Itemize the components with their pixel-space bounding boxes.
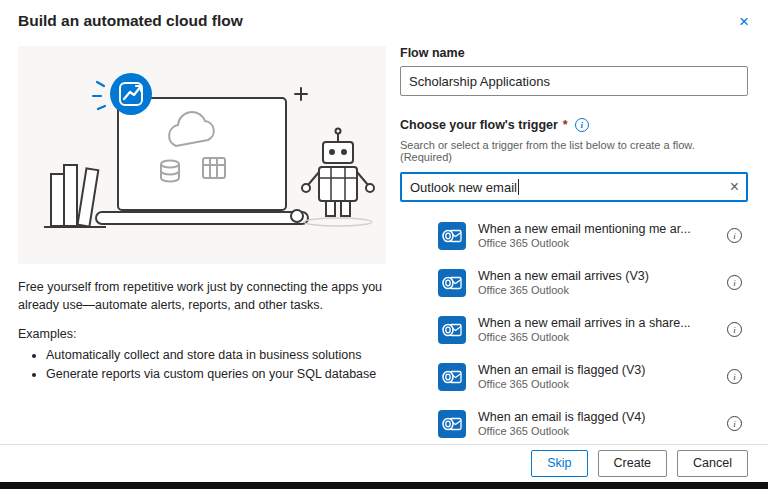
trigger-list-item[interactable]: When a new email arrives in a share... O… (400, 306, 748, 353)
cloud-flow-illustration (18, 46, 386, 264)
dialog-description: Free yourself from repetitive work just … (18, 278, 386, 314)
trigger-list-item[interactable]: When an email is flagged (V3) Office 365… (400, 353, 748, 400)
trigger-subtitle: Office 365 Outlook (478, 378, 727, 390)
trigger-help-text: Search or select a trigger from the list… (400, 139, 748, 163)
search-text: Outlook new email (410, 180, 517, 195)
dialog-footer: Skip Create Cancel (0, 444, 768, 481)
info-icon[interactable]: i (727, 416, 742, 431)
close-icon: × (739, 12, 749, 31)
flow-name-input[interactable] (400, 66, 748, 96)
trigger-subtitle: Office 365 Outlook (478, 425, 727, 437)
left-panel: Free yourself from repetitive work just … (18, 46, 386, 384)
trigger-label-row: Choose your flow's trigger * i (400, 118, 748, 132)
examples-list: Automatically collect and store data in … (18, 346, 386, 384)
outlook-icon (438, 410, 466, 438)
trigger-title: When an email is flagged (V3) (478, 363, 727, 377)
build-flow-dialog: Build an automated cloud flow × (0, 0, 768, 489)
trigger-search-input[interactable]: Outlook new email × (400, 172, 748, 202)
required-asterisk: * (563, 118, 568, 132)
trigger-subtitle: Office 365 Outlook (478, 331, 727, 343)
info-icon[interactable]: i (727, 228, 742, 243)
trigger-list-item[interactable]: When a new email arrives (V3) Office 365… (400, 259, 748, 306)
outlook-icon (438, 269, 466, 297)
trigger-list-item[interactable]: When an email is flagged (V4) Office 365… (400, 400, 748, 447)
examples-label: Examples: (18, 327, 386, 341)
text-caret (518, 179, 519, 195)
close-button[interactable]: × (732, 10, 756, 34)
example-item: Automatically collect and store data in … (46, 346, 386, 365)
example-item: Generate reports via custom queries on y… (46, 365, 386, 384)
create-button[interactable]: Create (598, 450, 668, 477)
trigger-title: When a new email arrives in a share... (478, 316, 727, 330)
clear-search-icon[interactable]: × (730, 176, 739, 198)
window-bottom-edge (0, 482, 768, 489)
trigger-label: Choose your flow's trigger (400, 118, 558, 132)
skip-button[interactable]: Skip (531, 450, 587, 477)
trigger-subtitle: Office 365 Outlook (478, 284, 727, 296)
info-icon[interactable]: i (727, 322, 742, 337)
trigger-title: When a new email arrives (V3) (478, 269, 727, 283)
flow-name-label: Flow name (400, 46, 748, 60)
trigger-list: When a new email mentioning me ar... Off… (400, 212, 748, 447)
outlook-icon (438, 222, 466, 250)
trigger-title: When an email is flagged (V4) (478, 410, 727, 424)
trigger-list-item[interactable]: When a new email mentioning me ar... Off… (400, 212, 748, 259)
page-title: Build an automated cloud flow (18, 12, 243, 30)
info-icon[interactable]: i (727, 369, 742, 384)
trigger-subtitle: Office 365 Outlook (478, 237, 727, 249)
info-icon[interactable]: i (575, 118, 589, 132)
form-panel: Flow name Choose your flow's trigger * i… (400, 46, 748, 447)
trigger-title: When a new email mentioning me ar... (478, 222, 727, 236)
info-icon[interactable]: i (727, 275, 742, 290)
outlook-icon (438, 316, 466, 344)
cancel-button[interactable]: Cancel (677, 450, 748, 477)
illustration-image (18, 46, 386, 264)
outlook-icon (438, 363, 466, 391)
